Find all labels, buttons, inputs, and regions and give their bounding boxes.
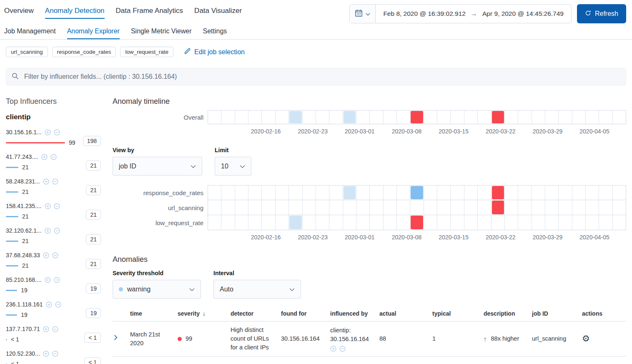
swimlane-cell[interactable] <box>248 200 262 215</box>
swimlane-cell[interactable] <box>397 110 410 124</box>
influencer-value-link[interactable]: 58.248.231... <box>6 178 40 185</box>
swimlane-cell[interactable] <box>289 186 302 200</box>
swimlane-cell[interactable] <box>505 186 518 200</box>
tab-overview[interactable]: Overview <box>4 7 34 19</box>
swimlane-cell[interactable] <box>559 215 572 230</box>
swimlane-cell[interactable] <box>410 186 424 200</box>
swimlane-cell[interactable] <box>464 110 478 124</box>
filter-plus-icon[interactable] <box>45 203 51 209</box>
swimlane-cell[interactable] <box>424 200 437 215</box>
column-header-typical[interactable]: typical <box>432 308 484 321</box>
swimlane-cell[interactable] <box>276 186 289 200</box>
swimlane-cell[interactable] <box>559 200 572 215</box>
swimlane-cell[interactable] <box>384 186 397 200</box>
swimlane-cell[interactable] <box>613 200 626 215</box>
swimlane-cell[interactable] <box>505 110 518 124</box>
swimlane-cell[interactable] <box>276 215 289 230</box>
swimlane-cell[interactable] <box>221 215 235 230</box>
swimlane-cell[interactable] <box>478 215 491 230</box>
swimlane-cell[interactable] <box>289 215 302 230</box>
swimlane-cell[interactable] <box>492 110 505 124</box>
swimlane-cell[interactable] <box>505 215 518 230</box>
tab-anomaly-detection[interactable]: Anomaly Detection <box>45 7 105 19</box>
filter-minus-icon[interactable] <box>339 346 346 352</box>
swimlane-cell[interactable] <box>370 200 383 215</box>
view-by-select[interactable]: job ID <box>113 157 202 176</box>
tab-data-frame-analytics[interactable]: Data Frame Analytics <box>116 7 183 19</box>
swimlane-cell[interactable] <box>451 186 464 200</box>
subtab-settings[interactable]: Settings <box>203 28 227 39</box>
swimlane-cell[interactable] <box>478 200 491 215</box>
limit-select[interactable]: 10 <box>215 157 251 176</box>
filter-minus-icon[interactable] <box>50 154 57 160</box>
swimlane-cell[interactable] <box>397 215 410 230</box>
filter-minus-icon[interactable] <box>52 351 58 357</box>
influencer-value-link[interactable]: 32.120.62.1... <box>6 227 42 234</box>
swimlane-cell[interactable] <box>599 110 612 124</box>
influencer-value-link[interactable]: 30.156.16.1... <box>6 129 42 136</box>
swimlane-cell[interactable] <box>599 215 612 230</box>
swimlane-cell[interactable] <box>532 110 545 124</box>
swimlane-cell[interactable] <box>397 186 410 200</box>
swimlane-cell[interactable] <box>437 215 451 230</box>
filter-minus-icon[interactable] <box>52 178 58 185</box>
swimlane-cell[interactable] <box>356 200 370 215</box>
filter-minus-icon[interactable] <box>54 129 60 136</box>
date-range-display[interactable]: Feb 8, 2020 @ 16:39:02.912 → Apr 9, 2020… <box>376 10 571 18</box>
filter-plus-icon[interactable] <box>43 351 49 357</box>
influencer-value-link[interactable]: 85.210.168.... <box>6 276 42 283</box>
filter-minus-icon[interactable] <box>55 301 61 308</box>
swimlane-cell[interactable] <box>545 110 559 124</box>
anomaly-cell-low[interactable] <box>289 111 301 123</box>
swimlane-cell[interactable] <box>478 186 491 200</box>
column-header-job-id[interactable]: job ID <box>532 308 582 321</box>
influencer-value-link[interactable]: 236.1.118.161 <box>6 301 43 308</box>
edit-job-selection-link[interactable]: Edit job selection <box>183 48 245 57</box>
swimlane-cell[interactable] <box>316 186 329 200</box>
swimlane-cell[interactable] <box>208 186 221 200</box>
influencer-value-link[interactable]: 41.77.243.... <box>6 153 38 160</box>
swimlane-cell[interactable] <box>492 200 505 215</box>
influencer-value-link[interactable]: 158.41.235.... <box>6 203 42 209</box>
swimlane-cell[interactable] <box>451 215 464 230</box>
swimlane-cell[interactable] <box>316 110 329 124</box>
swimlane-cell[interactable] <box>599 200 612 215</box>
swimlane-cell[interactable] <box>370 215 383 230</box>
swimlane-cell[interactable] <box>343 110 356 124</box>
swimlane-cell[interactable] <box>289 200 302 215</box>
column-header-time[interactable]: time <box>130 308 178 321</box>
swimlane-cell[interactable] <box>248 215 262 230</box>
swimlane-cell[interactable] <box>235 186 248 200</box>
subtab-anomaly-explorer[interactable]: Anomaly Explorer <box>67 28 120 39</box>
swimlane-cell[interactable] <box>262 215 275 230</box>
swimlane-cell[interactable] <box>343 186 356 200</box>
swimlane-cell[interactable] <box>235 200 248 215</box>
anomaly-cell-critical[interactable] <box>411 216 423 229</box>
swimlane-cell[interactable] <box>545 186 559 200</box>
swimlane-cell[interactable] <box>586 215 599 230</box>
swimlane-cell[interactable] <box>410 215 424 230</box>
anomaly-cell-critical[interactable] <box>492 111 504 123</box>
filter-plus-icon[interactable] <box>45 228 51 234</box>
filter-plus-icon[interactable] <box>45 129 51 136</box>
end-date[interactable]: Apr 9, 2020 @ 14:45:26.749 <box>482 10 564 18</box>
influencer-value-link[interactable]: 137.7.170.71 <box>6 326 40 332</box>
swimlane-cell[interactable] <box>572 110 586 124</box>
swimlane-cell[interactable] <box>572 200 586 215</box>
influencer-value-link[interactable]: 37.68.248.33 <box>6 252 40 259</box>
swimlane-cell[interactable] <box>572 215 586 230</box>
swimlane-cell[interactable] <box>303 200 316 215</box>
swimlane-cell[interactable] <box>613 215 626 230</box>
influencer-filter-input[interactable] <box>23 73 620 81</box>
swimlane-cell[interactable] <box>410 200 424 215</box>
swimlane-cell[interactable] <box>329 200 343 215</box>
swimlane-cell[interactable] <box>532 215 545 230</box>
swimlane-cell[interactable] <box>289 110 302 124</box>
anomaly-cell-low[interactable] <box>289 216 301 229</box>
column-header-severity[interactable]: severity↓ <box>178 308 231 321</box>
swimlane-cell[interactable] <box>262 200 275 215</box>
anomaly-cell-warning[interactable] <box>411 186 423 199</box>
swimlane-cell[interactable] <box>532 200 545 215</box>
swimlane-cell[interactable] <box>613 110 626 124</box>
swimlane-cell[interactable] <box>208 215 221 230</box>
